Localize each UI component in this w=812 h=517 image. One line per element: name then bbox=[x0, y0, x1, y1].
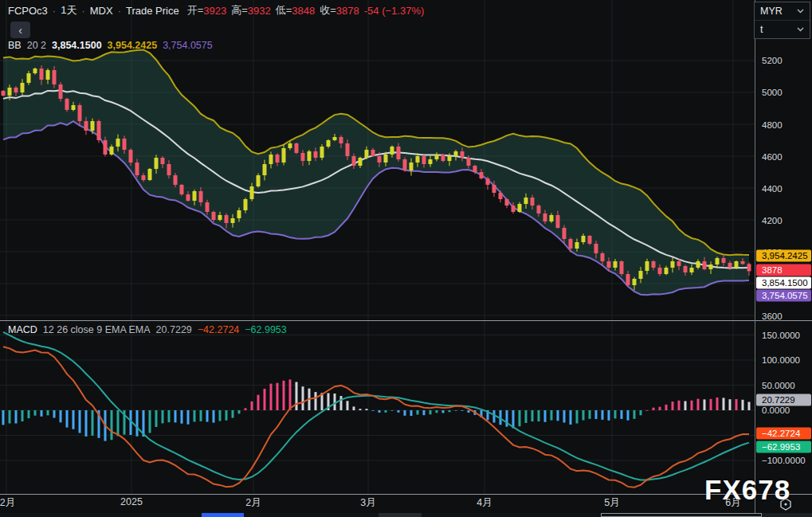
macd-indicator-row[interactable]: MACD 12 26 close 9 EMA EMA 20.7229 −42.2… bbox=[8, 324, 287, 335]
macd-tick-label: −100.0000 bbox=[755, 456, 812, 465]
time-axis-label: 2025 bbox=[120, 496, 143, 507]
price-axis-badge: 3,754.0575 bbox=[756, 290, 811, 302]
separator-dot: · bbox=[53, 5, 56, 17]
price-axis-badge: 3,954.2425 bbox=[756, 250, 811, 262]
macd-axis-badge: −62.9953 bbox=[756, 441, 811, 453]
open-value: 3923 bbox=[203, 5, 226, 17]
open-label: 开= bbox=[187, 3, 204, 18]
price-axis-badge: 3878 bbox=[756, 264, 811, 276]
macd-axis-badge: −42.2724 bbox=[756, 428, 811, 440]
macd-tick-label: 100.0000 bbox=[755, 355, 812, 365]
price-tick-label: 5200 bbox=[755, 56, 812, 65]
high-label: 高= bbox=[231, 3, 248, 18]
price-tick-label: 3600 bbox=[755, 311, 812, 321]
bb-name: BB bbox=[8, 40, 22, 51]
macd-name: MACD bbox=[8, 324, 37, 335]
price-tick-label: 4400 bbox=[755, 184, 812, 194]
time-axis-label: 2月 bbox=[245, 496, 261, 510]
symbol-status-row: FCPOc3 · 1天 · MDX · Trade Price 开=3923 高… bbox=[8, 3, 424, 18]
bb-basis-value: 3,854.1500 bbox=[52, 40, 102, 51]
currency-dropdown[interactable]: MYR bbox=[755, 2, 810, 20]
change-value: -54 (−1.37%) bbox=[364, 5, 425, 17]
currency-value: MYR bbox=[760, 6, 783, 17]
bb-indicator-row[interactable]: BB 20 2 3,854.1500 3,954.2425 3,754.0575 bbox=[8, 40, 213, 51]
macd-hist-value: 20.7229 bbox=[156, 324, 192, 335]
macd-signal-value: −62.9953 bbox=[245, 324, 286, 335]
macd-indicator-pane[interactable] bbox=[0, 321, 755, 497]
separator-dot: · bbox=[81, 5, 84, 17]
exchange-label: MDX bbox=[90, 5, 113, 17]
unit-dropdown[interactable]: t bbox=[755, 20, 810, 38]
macd-line-value: −42.2724 bbox=[198, 324, 239, 335]
bb-upper-value: 3,954.2425 bbox=[108, 40, 158, 51]
price-axis-badge: 3,854.1500 bbox=[756, 277, 811, 289]
chevron-down-icon bbox=[797, 27, 804, 32]
chevron-down-icon bbox=[797, 9, 804, 14]
chevron-left-icon: ‹ bbox=[18, 24, 22, 37]
symbol-name[interactable]: FCPOc3 bbox=[8, 5, 48, 17]
macd-tick-label: 150.0000 bbox=[755, 331, 812, 340]
macd-tick-label: 0.0000 bbox=[755, 405, 812, 415]
price-tick-label: 5000 bbox=[755, 88, 812, 97]
price-tick-label: 4600 bbox=[755, 152, 812, 162]
macd-params: 12 26 close 9 EMA EMA bbox=[43, 324, 151, 335]
time-axis-label: 4月 bbox=[477, 496, 492, 510]
low-value: 3848 bbox=[292, 5, 315, 17]
separator-dot: · bbox=[118, 5, 121, 17]
timezone-settings-icon[interactable] bbox=[778, 497, 794, 515]
high-value: 3932 bbox=[248, 5, 271, 17]
time-axis-label: 12月 bbox=[0, 496, 15, 510]
macd-tick-label: 50.0000 bbox=[755, 381, 812, 390]
time-axis-label: 3月 bbox=[360, 496, 375, 510]
time-axis-label: 5月 bbox=[604, 496, 619, 510]
bb-params: 20 2 bbox=[27, 40, 46, 51]
macd-axis-badge: 20.7229 bbox=[756, 394, 811, 406]
time-axis-divider bbox=[0, 494, 812, 495]
axis-settings-panel: MYR t bbox=[754, 2, 810, 39]
close-value: 3878 bbox=[336, 5, 359, 17]
minimap-cell[interactable] bbox=[202, 513, 244, 517]
close-label: 收= bbox=[320, 3, 336, 18]
low-label: 低= bbox=[276, 3, 292, 18]
price-type-label: Trade Price bbox=[126, 5, 179, 17]
minimap-selection-box[interactable] bbox=[601, 513, 762, 517]
minimap-cell[interactable] bbox=[379, 513, 422, 517]
pane-divider[interactable] bbox=[0, 320, 812, 321]
price-tick-label: 4200 bbox=[755, 216, 812, 225]
time-axis-label: 6月 bbox=[725, 496, 740, 510]
bb-lower-value: 3,754.0575 bbox=[163, 40, 213, 51]
minimap-cell[interactable] bbox=[762, 513, 812, 517]
back-button[interactable]: ‹ bbox=[10, 22, 30, 38]
unit-value: t bbox=[760, 24, 763, 35]
bottom-minimap-strip[interactable] bbox=[0, 513, 812, 517]
price-tick-label: 4800 bbox=[755, 120, 812, 130]
interval-label[interactable]: 1天 bbox=[61, 3, 76, 18]
